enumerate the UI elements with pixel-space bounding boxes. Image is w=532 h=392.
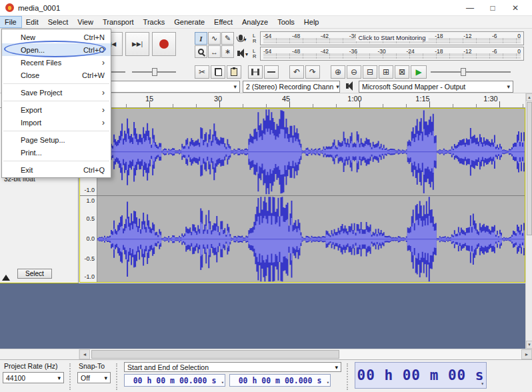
dropdown-caret-icon: ▾ — [55, 375, 61, 381]
vertical-scrollbar[interactable]: ▲ ▼ — [525, 93, 532, 349]
trim-audio-button[interactable] — [248, 65, 263, 79]
track-select-button[interactable]: Select — [17, 269, 52, 279]
maximize-button[interactable]: □ — [481, 0, 504, 15]
horizontal-scrollbar[interactable]: ◄ ► — [0, 349, 532, 359]
menu-tools[interactable]: Tools — [273, 17, 299, 27]
menu-item-save-project[interactable]: Save Project› — [2, 86, 111, 99]
fit-project-button[interactable]: ⊞ — [379, 65, 393, 79]
recording-meter[interactable]: ▾ LR -54-48-42-36-30-24-18-12-60 Click t… — [235, 31, 524, 45]
menu-item-close[interactable]: CloseCtrl+W — [2, 69, 111, 81]
empty-workspace — [0, 283, 525, 349]
cut-button[interactable]: ✂ — [195, 65, 209, 79]
menu-item-print[interactable]: Print... — [2, 146, 111, 159]
record-button[interactable] — [152, 32, 176, 56]
zoom-toggle-button[interactable]: ⊠ — [395, 65, 409, 79]
playback-volume-slider[interactable] — [132, 67, 176, 77]
timefield-caret-icon[interactable]: ▾ — [221, 380, 224, 385]
menu-item-recent-files[interactable]: Recent Files› — [2, 56, 111, 69]
menu-item-open[interactable]: Open...Ctrl+O — [2, 43, 111, 56]
timefield-caret-icon[interactable]: ▾ — [327, 380, 329, 385]
menu-file[interactable]: File — [0, 17, 21, 27]
submenu-arrow-icon: › — [102, 58, 105, 67]
silence-audio-button[interactable] — [264, 65, 279, 79]
menu-item-new[interactable]: NewCtrl+N — [2, 31, 111, 43]
envelope-tool-button[interactable]: ∿ — [208, 32, 221, 45]
selection-tool-icon: I — [199, 35, 202, 43]
selection-mode-select[interactable]: Start and End of Selection ▾ — [124, 362, 341, 372]
track-channel-right[interactable]: 1.0 0.5 0.0 -0.5 -1.0 — [80, 196, 525, 283]
play-speed-slider[interactable] — [431, 67, 511, 77]
menu-help[interactable]: Help — [299, 17, 324, 27]
playback-device-select[interactable]: Microsoft Sound Mapper - Output ▾ — [359, 81, 513, 93]
selection-tool-button[interactable]: I — [195, 32, 207, 45]
stereo-track[interactable]: 1.0 0.5 0.0 -0.5 -1.0 1.0 0.5 0.0 -0.5 -… — [79, 108, 525, 283]
menu-select[interactable]: Select — [43, 17, 73, 27]
menu-item-export[interactable]: Export› — [2, 103, 111, 116]
scroll-down-icon[interactable]: ▼ — [526, 341, 532, 349]
multi-tool-button[interactable]: ∗ — [221, 45, 234, 58]
snap-to-label: Snap-To — [77, 362, 111, 370]
audio-position-display[interactable]: 00 h 00 m 00 s ▾ — [355, 362, 487, 389]
edit-toolbar: ✂ ↶ ↷ ⊕ ⊖ ⊟ ⊞ ⊠ — [195, 65, 409, 79]
play-speed-thumb[interactable] — [461, 68, 466, 76]
speaker-icon — [237, 51, 240, 56]
project-rate-select[interactable]: 44100 ▾ — [3, 372, 64, 383]
vertical-scroll-thumb[interactable] — [527, 102, 532, 235]
waveform-left[interactable] — [97, 109, 525, 195]
dropdown-caret-icon: ▾ — [504, 83, 510, 90]
scroll-right-icon[interactable]: ► — [521, 349, 532, 359]
track-collapse-icon[interactable] — [2, 275, 10, 281]
skip-end-icon: ▶▶| — [132, 41, 143, 47]
horizontal-scroll-thumb[interactable] — [91, 350, 339, 359]
snap-to-section: Snap-To Off ▾ — [77, 362, 111, 383]
waveform-right[interactable] — [97, 196, 525, 283]
timeshift-tool-button[interactable]: ↔ — [208, 45, 221, 58]
copy-icon — [215, 68, 222, 76]
recording-channels-select[interactable]: 2 (Stereo) Recording Chann ▾ — [243, 81, 340, 93]
playback-volume-thumb[interactable] — [152, 68, 157, 76]
menu-transport[interactable]: Transport — [98, 17, 139, 27]
menu-effect[interactable]: Effect — [209, 17, 237, 27]
copy-button[interactable] — [211, 65, 225, 79]
vertical-ruler-right: 1.0 0.5 0.0 -0.5 -1.0 — [80, 196, 97, 283]
paste-button[interactable] — [227, 65, 241, 79]
skip-to-end-button[interactable]: ▶▶| — [125, 32, 149, 56]
undo-button[interactable]: ↶ — [289, 65, 304, 79]
menu-generate[interactable]: Generate — [169, 17, 209, 27]
fit-selection-button[interactable]: ⊟ — [363, 65, 377, 79]
track-channel-left[interactable]: 1.0 0.5 0.0 -0.5 -1.0 — [80, 109, 525, 195]
microphone-icon — [239, 35, 243, 41]
undo-icon: ↶ — [293, 67, 300, 77]
menu-analyze[interactable]: Analyze — [237, 17, 273, 27]
menu-item-page-setup[interactable]: Page Setup... — [2, 133, 111, 146]
menu-item-exit[interactable]: ExitCtrl+Q — [2, 163, 111, 176]
selection-end-field[interactable]: 00 h 00 m 00.000 s ▾ — [229, 374, 331, 387]
zoom-out-button[interactable]: ⊖ — [347, 65, 361, 79]
speaker-caret-icon[interactable]: ▾ — [245, 52, 248, 57]
monitoring-text[interactable]: Click to Start Monitoring — [356, 34, 429, 41]
menu-item-import[interactable]: Import› — [2, 116, 111, 129]
scroll-up-icon[interactable]: ▲ — [526, 93, 532, 101]
scroll-left-icon[interactable]: ◄ — [79, 349, 90, 359]
draw-tool-button[interactable]: ✎ — [221, 32, 234, 45]
playback-meter[interactable]: ▾ LR -54-48-42-36-30-24-18-12-60 — [235, 47, 524, 61]
zoom-out-icon: ⊖ — [351, 67, 357, 77]
envelope-tool-icon: ∿ — [211, 34, 217, 43]
close-button[interactable]: ✕ — [504, 0, 527, 15]
menu-tracks[interactable]: Tracks — [139, 17, 170, 27]
menu-view[interactable]: View — [73, 17, 98, 27]
recording-meter-bar[interactable]: -54-48-42-36-30-24-18-12-60 Click to Sta… — [260, 31, 524, 45]
minimize-button[interactable]: — — [459, 0, 481, 15]
snap-to-select[interactable]: Off ▾ — [77, 372, 111, 383]
playback-meter-bar[interactable]: -54-48-42-36-30-24-18-12-60 — [260, 47, 524, 61]
redo-button[interactable]: ↷ — [305, 65, 320, 79]
waveform-right-svg — [97, 196, 525, 283]
zoom-tool-button[interactable] — [195, 45, 207, 58]
timefield-caret-icon[interactable]: ▾ — [481, 381, 485, 387]
zoom-in-button[interactable]: ⊕ — [331, 65, 345, 79]
trim-icon — [251, 69, 259, 75]
menu-edit[interactable]: Edit — [21, 17, 43, 27]
selection-start-field[interactable]: 00 h 00 m 00.000 s ▾ — [124, 374, 225, 387]
play-at-speed-button[interactable]: ▶ — [411, 65, 427, 79]
fit-project-icon: ⊞ — [383, 67, 389, 77]
